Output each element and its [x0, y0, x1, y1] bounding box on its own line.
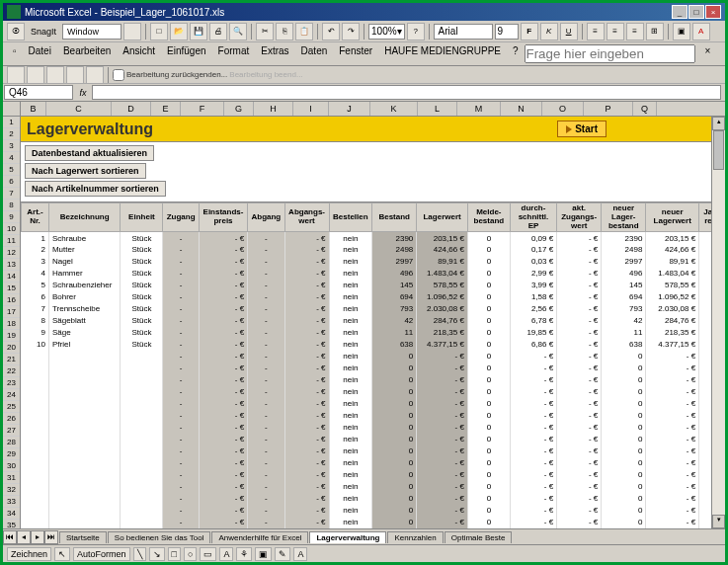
menu-haufe[interactable]: HAUFE MEDIENGRUPPE — [378, 44, 507, 63]
doc-close-icon[interactable]: × — [699, 44, 717, 63]
row-header[interactable]: 11 — [3, 235, 20, 247]
preview-icon[interactable]: 🔍 — [229, 23, 247, 40]
col-header-O[interactable]: O — [542, 102, 584, 116]
col-header-P[interactable]: P — [584, 102, 633, 116]
row-header[interactable]: 13 — [3, 259, 20, 271]
table-row[interactable]: 3NagelStück-- €-- €nein299789,91 €00,03 … — [22, 256, 725, 268]
sheet-tab[interactable]: Kennzahlen — [387, 531, 443, 543]
align-left-icon[interactable]: ≡ — [587, 23, 605, 40]
refresh-data-button[interactable]: Datenbestand aktualisieren — [25, 145, 154, 161]
row-header[interactable]: 32 — [3, 484, 20, 496]
undo-icon[interactable]: ↶ — [322, 23, 340, 40]
underline-icon[interactable]: U — [560, 23, 578, 40]
row-header[interactable]: 9 — [3, 211, 20, 223]
menu-bearbeiten[interactable]: Bearbeiten — [57, 44, 117, 63]
align-right-icon[interactable]: ≡ — [626, 23, 644, 40]
table-row-empty[interactable]: -- €-- €nein0- €0- €- €0- € — [22, 434, 725, 445]
fillcolor-tool-icon[interactable]: ▣ — [255, 547, 272, 561]
review-icon-4[interactable] — [66, 66, 84, 84]
col-header-B[interactable]: B — [21, 102, 46, 116]
sheet-tab[interactable]: Optimale Beste — [445, 531, 513, 543]
table-row[interactable]: 8SägeblattStück-- €-- €nein42284,76 €06,… — [22, 315, 725, 327]
row-header[interactable]: 29 — [3, 448, 20, 460]
review-icon-1[interactable] — [7, 66, 25, 84]
doc-minimize-icon[interactable]: ▫ — [7, 44, 23, 63]
sheet-tab[interactable]: Lagerverwaltung — [309, 531, 386, 543]
table-row[interactable]: 6BohrerStück-- €-- €nein6941.096,52 €01,… — [22, 291, 725, 303]
cut-icon[interactable]: ✂ — [256, 23, 274, 40]
row-header[interactable]: 28 — [3, 437, 20, 448]
table-row[interactable]: 7TrennscheibeStück-- €-- €nein7932.030,0… — [22, 303, 725, 315]
row-header[interactable]: 2 — [3, 128, 20, 140]
col-header-Q[interactable]: Q — [633, 102, 657, 116]
formula-input[interactable] — [92, 85, 721, 100]
table-row[interactable]: 1SchraubeStück-- €-- €nein2390203,15 €00… — [22, 232, 725, 244]
vertical-scrollbar[interactable]: ▴ ▾ — [711, 117, 725, 528]
col-header-H[interactable]: H — [254, 102, 293, 116]
col-header-L[interactable]: L — [418, 102, 457, 116]
row-header[interactable]: 35 — [3, 520, 20, 528]
fontcolor-icon[interactable]: A — [692, 23, 710, 40]
table-row-empty[interactable]: -- €-- €nein0- €0- €- €0- € — [22, 469, 725, 481]
autoforms-menu[interactable]: AutoFormen — [73, 547, 130, 561]
italic-icon[interactable]: K — [540, 23, 558, 40]
table-row[interactable]: 5SchraubenzieherStück-- €-- €nein145578,… — [22, 280, 725, 291]
table-row[interactable]: 10PfrielStück-- €-- €nein6384.377,15 €06… — [22, 339, 725, 351]
help-icon[interactable]: ? — [407, 23, 425, 40]
col-header-C[interactable]: C — [46, 102, 112, 116]
table-row-empty[interactable]: -- €-- €nein0- €0- €- €0- € — [22, 398, 725, 410]
new-icon[interactable]: □ — [150, 23, 168, 40]
table-row-empty[interactable]: -- €-- €nein0- €0- €- €0- € — [22, 445, 725, 457]
table-row-empty[interactable]: -- €-- €nein0- €0- €- €0- € — [22, 351, 725, 363]
snagit-mode-combo[interactable] — [62, 24, 121, 40]
row-header[interactable]: 1 — [3, 117, 20, 128]
row-header[interactable]: 5 — [3, 164, 20, 176]
row-header[interactable]: 15 — [3, 282, 20, 294]
fontsize-combo[interactable]: 9 — [495, 24, 519, 40]
save-icon[interactable]: 💾 — [190, 23, 207, 40]
menu-help[interactable]: ? — [507, 44, 525, 63]
fontcolor-tool-icon[interactable]: A — [293, 547, 307, 561]
table-row[interactable]: 9SägeStück-- €-- €nein11218,35 €019,85 €… — [22, 327, 725, 339]
row-header[interactable]: 19 — [3, 330, 20, 342]
table-row[interactable]: 2MutterStück-- €-- €nein2498424,66 €00,1… — [22, 244, 725, 256]
review-icon-2[interactable] — [27, 66, 44, 84]
row-header[interactable]: 4 — [3, 152, 20, 164]
col-header-F[interactable]: F — [181, 102, 224, 116]
menu-einfuegen[interactable]: Einfügen — [161, 44, 211, 63]
sort-by-artnr-button[interactable]: Nach Artikelnummer sortieren — [25, 181, 166, 197]
bold-icon[interactable]: F — [521, 23, 538, 40]
col-header-E[interactable]: E — [151, 102, 181, 116]
name-box[interactable] — [4, 85, 73, 100]
col-header-I[interactable]: I — [293, 102, 329, 116]
start-button[interactable]: Start — [557, 121, 607, 137]
review-icon-3[interactable] — [46, 66, 64, 84]
row-header[interactable]: 18 — [3, 318, 20, 330]
menu-extras[interactable]: Extras — [255, 44, 294, 63]
arrow-tool-icon[interactable]: ↘ — [149, 547, 165, 561]
row-header[interactable]: 34 — [3, 508, 20, 520]
row-header[interactable]: 20 — [3, 342, 20, 354]
col-header-M[interactable]: M — [457, 102, 501, 116]
select-tool-icon[interactable]: ↖ — [54, 547, 70, 561]
row-header[interactable]: 27 — [3, 425, 20, 437]
paste-icon[interactable]: 📋 — [295, 23, 313, 40]
table-row-empty[interactable]: -- €-- €nein0- €0- €- €0- € — [22, 422, 725, 434]
row-header[interactable]: 10 — [3, 223, 20, 235]
tab-nav-prev[interactable]: ◂ — [17, 530, 31, 544]
col-header-N[interactable]: N — [501, 102, 542, 116]
select-all-corner[interactable] — [3, 102, 21, 116]
snagit-icon[interactable]: ⦿ — [7, 23, 25, 40]
row-header[interactable]: 26 — [3, 413, 20, 425]
row-header[interactable]: 25 — [3, 401, 20, 413]
review-icon-5[interactable] — [86, 66, 104, 84]
fx-button[interactable]: fx — [74, 88, 92, 98]
table-row-empty[interactable]: -- €-- €nein0- €0- €- €0- € — [22, 457, 725, 469]
row-header[interactable]: 3 — [3, 140, 20, 152]
scroll-down-arrow[interactable]: ▾ — [712, 515, 725, 528]
sheet-tab[interactable]: Startseite — [59, 531, 107, 543]
col-header-K[interactable]: K — [370, 102, 418, 116]
zoom-combo[interactable]: 100% ▾ — [368, 24, 405, 40]
table-row[interactable]: 4HammerStück-- €-- €nein4961.483,04 €02,… — [22, 268, 725, 280]
row-header[interactable]: 7 — [3, 188, 20, 200]
